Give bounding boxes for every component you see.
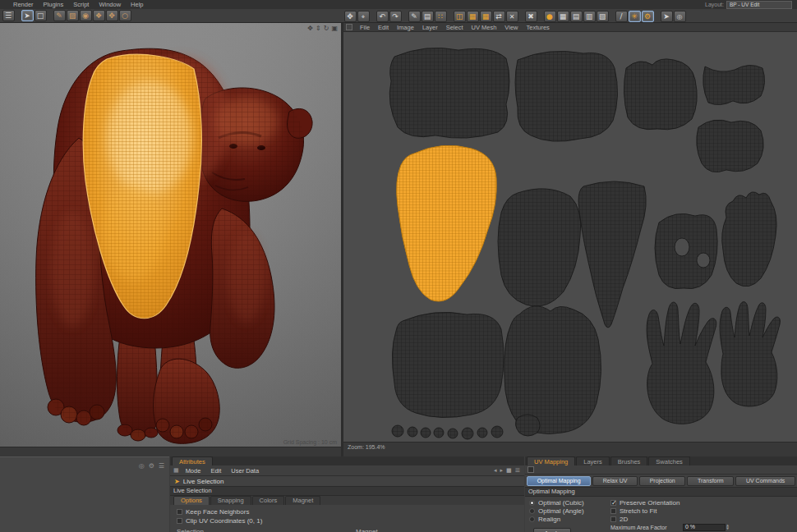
tab-swatches[interactable]: Swatches — [648, 456, 690, 466]
uv-zoom-status: Zoom: 195.4% — [343, 442, 797, 456]
uv-menu-edit[interactable]: Edit — [374, 24, 393, 31]
viewport-zoom-icon[interactable]: ⇕ — [316, 25, 321, 32]
uv-move-icon[interactable]: ✥ — [344, 11, 357, 22]
rectangle-selection-tool-icon[interactable]: □ — [35, 10, 47, 21]
panel-gear-icon[interactable]: ⚙ — [149, 462, 154, 470]
optimal-cubic-radio[interactable] — [529, 500, 535, 506]
paint-brush-icon[interactable]: ✎ — [53, 10, 66, 21]
uv-mapping-pin-checkbox[interactable] — [527, 466, 534, 473]
uv-menubar-checkbox[interactable] — [346, 24, 352, 30]
clip-uv-checkbox[interactable] — [177, 518, 182, 524]
stepper-down-icon[interactable]: ▼ — [726, 527, 729, 530]
max-area-factor-input[interactable]: 0 % — [683, 524, 726, 531]
panel-search-icon[interactable]: ◎ — [139, 462, 145, 470]
menu-plugins[interactable]: Plugins — [39, 1, 69, 8]
subtab-magnet[interactable]: Magnet — [285, 496, 320, 505]
viewport-maximize-icon[interactable]: ▣ — [331, 25, 338, 32]
uv-menu-file[interactable]: File — [356, 24, 374, 31]
menu-render[interactable]: Render — [8, 1, 39, 8]
uv-magnify-icon[interactable]: ◎ — [674, 11, 686, 22]
uv-slash-icon[interactable]: / — [615, 11, 628, 22]
max-area-factor-stepper[interactable]: ▲ ▼ — [726, 524, 729, 530]
main-menubar: Render Plugins Script Window Help Layout… — [0, 0, 797, 9]
menu-grip-icon[interactable]: ☰ — [2, 10, 15, 21]
viewport-pan-icon[interactable]: ✥ — [307, 25, 313, 32]
live-selection-tool-icon[interactable]: ➤ — [21, 10, 34, 21]
uv-point-mode-icon[interactable]: ∷ — [435, 11, 447, 22]
uv-close-icon[interactable]: ✕ — [506, 11, 518, 22]
attr-back-icon[interactable]: ◂ — [494, 467, 497, 474]
attributes-mode-icon[interactable]: ▦ — [173, 467, 179, 474]
uv-menu-select[interactable]: Select — [442, 24, 468, 31]
tab-brushes[interactable]: Brushes — [610, 456, 648, 466]
menu-help[interactable]: Help — [126, 1, 148, 8]
clip-uv-label: Clip UV Coordinates (0, 1) — [186, 517, 262, 525]
uv-maximize-icon[interactable]: ✖ — [525, 11, 537, 22]
uv-menu-layer[interactable]: Layer — [418, 24, 442, 31]
uv-transform-icon[interactable]: ➤ — [661, 11, 673, 22]
transform-button[interactable]: Transform — [687, 476, 734, 486]
uv-pin-icon[interactable]: ⌖ — [357, 11, 370, 22]
realign-radio[interactable] — [529, 516, 535, 522]
menu-script[interactable]: Script — [68, 1, 94, 8]
uv-menu-view[interactable]: View — [500, 24, 522, 31]
attr-menu-edit[interactable]: Edit — [205, 467, 226, 475]
attr-menu-mode[interactable]: Mode — [181, 467, 206, 475]
tab-layers[interactable]: Layers — [576, 456, 610, 466]
projection-button[interactable]: Projection — [639, 476, 685, 486]
optimal-mapping-button[interactable]: Optimal Mapping — [527, 476, 591, 486]
uv-table-icon[interactable]: ▤ — [570, 11, 583, 22]
menu-window[interactable]: Window — [94, 1, 126, 8]
uv-relax-icon[interactable]: ✳ — [629, 11, 641, 22]
uv-grid-icon[interactable]: ▦ — [557, 11, 569, 22]
optimal-angle-radio[interactable] — [529, 508, 535, 514]
keep-face-neighbors-checkbox[interactable] — [177, 509, 182, 515]
uv-mirror-h-icon[interactable]: ⇄ — [493, 11, 505, 22]
uv-redo-icon[interactable]: ↷ — [389, 11, 402, 22]
uv-commands-button[interactable]: UV Commands — [735, 476, 795, 486]
dodge-icon[interactable]: ○ — [119, 10, 131, 21]
smear-icon[interactable]: ✥ — [106, 10, 118, 21]
uv-canvas[interactable] — [343, 32, 797, 442]
uv-menu-textures[interactable]: Textures — [522, 24, 553, 31]
panel-menu-icon[interactable]: ☰ — [159, 462, 164, 470]
relax-uv-button[interactable]: Relax UV — [592, 476, 638, 486]
uv-poly-mode-icon[interactable]: ▦ — [467, 11, 479, 22]
uv-rows-icon[interactable]: ▧ — [597, 11, 609, 22]
material-panel[interactable]: ◎ ⚙ ☰ — [0, 456, 169, 532]
subtab-colors[interactable]: Colors — [252, 496, 285, 505]
attr-list-icon[interactable]: ☰ — [515, 467, 520, 474]
uv-edge-mode-icon[interactable]: ◫ — [454, 11, 466, 22]
uv-columns-icon[interactable]: ▥ — [583, 11, 596, 22]
uv-pencil-icon[interactable]: ✎ — [408, 11, 421, 22]
attr-forward-icon[interactable]: ▸ — [500, 467, 504, 474]
uv-island — [578, 181, 646, 328]
tab-uv-mapping[interactable]: UV Mapping — [527, 456, 575, 466]
grid-spacing-label: Grid Spacing : 10 cm — [283, 439, 337, 445]
uv-toolbar: ✥ ⌖ ↶ ↷ ✎ ▤ ∷ ◫ ▦ ▦ ⇄ ✕ ✖ ● ▦ ▤ ▥ ▧ / ✳ — [343, 9, 686, 23]
uv-island-mode-icon[interactable]: ▦ — [480, 11, 492, 22]
uv-menu-uv-mesh[interactable]: UV Mesh — [468, 24, 501, 31]
subtab-options[interactable]: Options — [173, 496, 210, 505]
apply-button[interactable]: Apply — [533, 528, 571, 532]
uv-pack-icon[interactable]: ● — [544, 11, 556, 22]
optimal-mapping-header: Optimal Mapping — [525, 487, 797, 497]
attr-lock-icon[interactable]: ■ — [506, 467, 512, 474]
uv-list-icon[interactable]: ▤ — [422, 11, 434, 22]
stamp-icon[interactable]: ◉ — [80, 10, 92, 21]
uv-menu-image[interactable]: Image — [393, 24, 418, 31]
layout-select[interactable]: BP - UV Edit — [726, 1, 792, 9]
stretch-to-fit-checkbox[interactable] — [610, 508, 616, 514]
tab-attributes[interactable]: Attributes — [172, 456, 213, 466]
viewport-rotate-icon[interactable]: ↻ — [324, 25, 329, 32]
2d-checkbox[interactable] — [610, 516, 616, 522]
preserve-orientation-checkbox[interactable] — [610, 500, 616, 506]
uv-optimal-icon[interactable]: ⚙ — [642, 11, 654, 22]
attr-menu-user-data[interactable]: User Data — [226, 467, 264, 475]
uv-undo-icon[interactable]: ↶ — [376, 11, 389, 22]
eraser-icon[interactable]: ▨ — [67, 10, 79, 21]
clone-icon[interactable]: ❖ — [93, 10, 105, 21]
uv-editor-menubar: File Edit Image Layer Select UV Mesh Vie… — [343, 23, 797, 32]
subtab-snapping[interactable]: Snapping — [210, 496, 251, 505]
3d-viewport[interactable]: ✥ ⇕ ↻ ▣ — [0, 23, 341, 447]
